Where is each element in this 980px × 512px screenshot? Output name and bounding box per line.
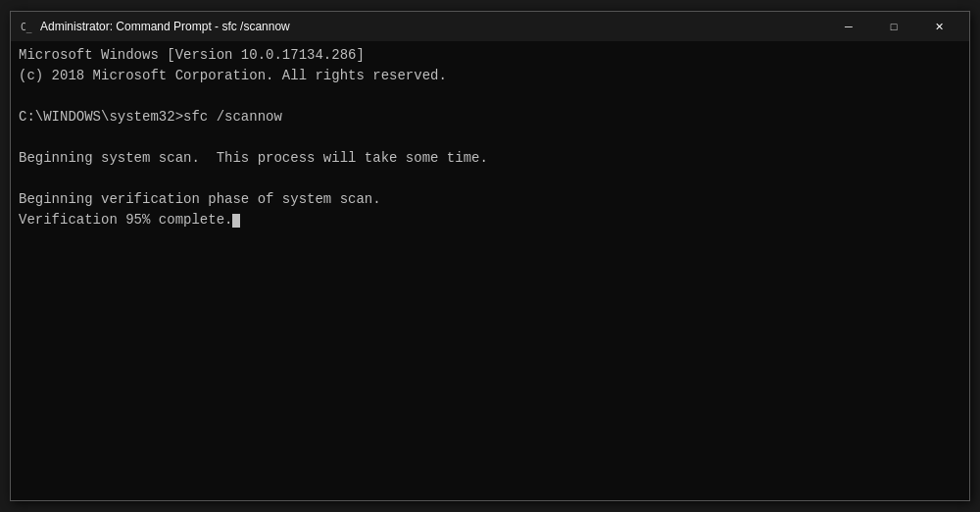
console-line: (c) 2018 Microsoft Corporation. All righ… (19, 66, 961, 86)
maximize-button[interactable]: □ (871, 12, 916, 41)
console-line (19, 169, 961, 189)
svg-text:C_: C_ (21, 22, 32, 33)
cmd-window: C_ Administrator: Command Prompt - sfc /… (10, 11, 970, 501)
window-controls: ─ □ ✕ (826, 12, 961, 41)
console-output[interactable]: Microsoft Windows [Version 10.0.17134.28… (11, 41, 969, 500)
title-bar: C_ Administrator: Command Prompt - sfc /… (11, 12, 969, 41)
console-line: Beginning verification phase of system s… (19, 189, 961, 210)
window-title: Administrator: Command Prompt - sfc /sca… (40, 20, 826, 33)
console-line: C:\WINDOWS\system32>sfc /scannow (19, 107, 961, 128)
console-line: Microsoft Windows [Version 10.0.17134.28… (19, 45, 961, 66)
cursor-blink (232, 214, 240, 228)
console-line (19, 86, 961, 107)
minimize-button[interactable]: ─ (826, 12, 871, 41)
console-line: Verification 95% complete. (19, 210, 961, 230)
cmd-icon: C_ (19, 19, 34, 34)
console-line: Beginning system scan. This process will… (19, 148, 961, 169)
close-button[interactable]: ✕ (916, 12, 961, 41)
console-line (19, 128, 961, 148)
